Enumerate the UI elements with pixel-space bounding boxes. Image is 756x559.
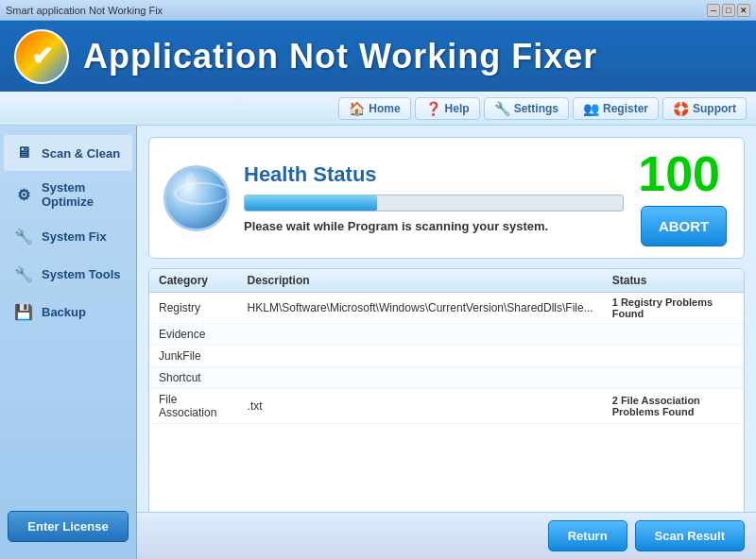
cell-category: File Association xyxy=(149,389,238,424)
health-score: 100 xyxy=(638,149,720,198)
cell-status: 2 File Association Problems Found xyxy=(603,389,744,424)
system-fix-icon: 🔧 xyxy=(13,226,34,246)
nav-bar: 🏠 Home ❓ Help 🔧 Settings 👥 Register 🛟 Su… xyxy=(0,92,756,126)
settings-icon: 🔧 xyxy=(494,101,510,116)
abort-button[interactable]: ABORT xyxy=(641,206,727,246)
sidebar-item-backup[interactable]: 💾 Backup xyxy=(4,294,132,330)
cell-description: HKLM\Software\Microsoft\Windows\CurrentV… xyxy=(238,293,603,324)
col-header-category: Category xyxy=(149,269,238,293)
help-icon: ❓ xyxy=(425,101,441,116)
cell-description: .txt xyxy=(238,389,603,424)
cell-category: Registry xyxy=(149,293,238,324)
sidebar-item-system-tools[interactable]: 🔧 System Tools xyxy=(4,256,132,292)
backup-icon: 💾 xyxy=(13,301,34,322)
health-panel: Health Status Please wait while Program … xyxy=(148,137,745,259)
globe-icon xyxy=(163,165,230,231)
progress-bar-container xyxy=(244,195,624,212)
title-bar-text: Smart application Not Working Fix xyxy=(6,5,163,16)
minimize-button[interactable]: ─ xyxy=(707,4,720,17)
results-table: Category Description Status RegistryHKLM… xyxy=(149,269,744,424)
sidebar-backup-label: Backup xyxy=(42,305,86,319)
register-label: Register xyxy=(603,102,648,115)
home-icon: 🏠 xyxy=(349,101,365,116)
cell-description xyxy=(238,346,603,367)
cell-category: Shortcut xyxy=(149,367,238,389)
col-header-status: Status xyxy=(603,269,744,293)
col-header-description: Description xyxy=(238,269,603,293)
cell-status: 1 Registry Problems Found xyxy=(603,293,744,324)
main-layout: 🖥 Scan & Clean ⚙ System Optimize 🔧 Syste… xyxy=(0,126,756,559)
cell-category: JunkFile xyxy=(149,346,238,367)
sidebar-system-fix-label: System Fix xyxy=(42,229,107,244)
scan-result-button[interactable]: Scan Result xyxy=(635,520,745,551)
support-label: Support xyxy=(693,102,736,115)
title-bar: Smart application Not Working Fix ─ □ ✕ xyxy=(0,0,756,21)
help-label: Help xyxy=(445,102,470,115)
table-row: File Association.txt2 File Association P… xyxy=(149,389,744,424)
sidebar-system-tools-label: System Tools xyxy=(42,267,121,281)
help-button[interactable]: ❓ Help xyxy=(415,97,480,120)
results-panel: Category Description Status RegistryHKLM… xyxy=(148,268,745,548)
header: ✔ Application Not Working Fixer xyxy=(0,21,756,92)
system-tools-icon: 🔧 xyxy=(13,263,34,284)
logo: ✔ xyxy=(14,29,69,84)
scanning-text: Please wait while Program is scanning yo… xyxy=(244,219,624,233)
register-button[interactable]: 👥 Register xyxy=(573,97,659,120)
health-status-title: Health Status xyxy=(244,162,624,187)
table-row: Shortcut xyxy=(149,367,744,389)
register-icon: 👥 xyxy=(583,101,599,116)
cell-description xyxy=(238,324,603,346)
health-right: 100 ABORT xyxy=(638,149,730,246)
table-row: Evidence xyxy=(149,324,744,346)
scan-clean-icon: 🖥 xyxy=(13,143,34,163)
sidebar-item-system-optimize[interactable]: ⚙ System Optimize xyxy=(4,173,132,216)
home-label: Home xyxy=(369,102,400,115)
health-info: Health Status Please wait while Program … xyxy=(244,162,624,233)
cell-category: Evidence xyxy=(149,324,238,346)
sidebar-system-optimize-label: System Optimize xyxy=(42,180,123,209)
sidebar-scan-clean-label: Scan & Clean xyxy=(42,146,120,161)
maximize-button[interactable]: □ xyxy=(722,4,735,17)
return-button[interactable]: Return xyxy=(548,520,627,551)
sidebar-item-scan-clean[interactable]: 🖥 Scan & Clean xyxy=(4,135,132,171)
support-button[interactable]: 🛟 Support xyxy=(662,97,747,120)
title-bar-controls: ─ □ ✕ xyxy=(707,4,750,17)
cell-status xyxy=(603,324,744,346)
app-title: Application Not Working Fixer xyxy=(83,37,597,76)
support-icon: 🛟 xyxy=(673,101,689,116)
logo-check-icon: ✔ xyxy=(31,41,53,72)
cell-status xyxy=(603,346,744,367)
sidebar: 🖥 Scan & Clean ⚙ System Optimize 🔧 Syste… xyxy=(0,126,137,559)
enter-license-button[interactable]: Enter License xyxy=(8,511,129,542)
bottom-bar: Return Scan Result xyxy=(137,512,756,559)
cell-description xyxy=(238,367,603,389)
close-button[interactable]: ✕ xyxy=(737,4,750,17)
progress-bar-fill xyxy=(245,195,377,211)
table-row: RegistryHKLM\Software\Microsoft\Windows\… xyxy=(149,293,744,324)
table-row: JunkFile xyxy=(149,346,744,367)
content-area: Health Status Please wait while Program … xyxy=(137,126,756,559)
cell-status xyxy=(603,367,744,389)
settings-label: Settings xyxy=(514,102,558,115)
sidebar-item-system-fix[interactable]: 🔧 System Fix xyxy=(4,218,132,254)
home-button[interactable]: 🏠 Home xyxy=(338,97,410,120)
system-optimize-icon: ⚙ xyxy=(13,184,34,205)
settings-button[interactable]: 🔧 Settings xyxy=(484,97,569,120)
